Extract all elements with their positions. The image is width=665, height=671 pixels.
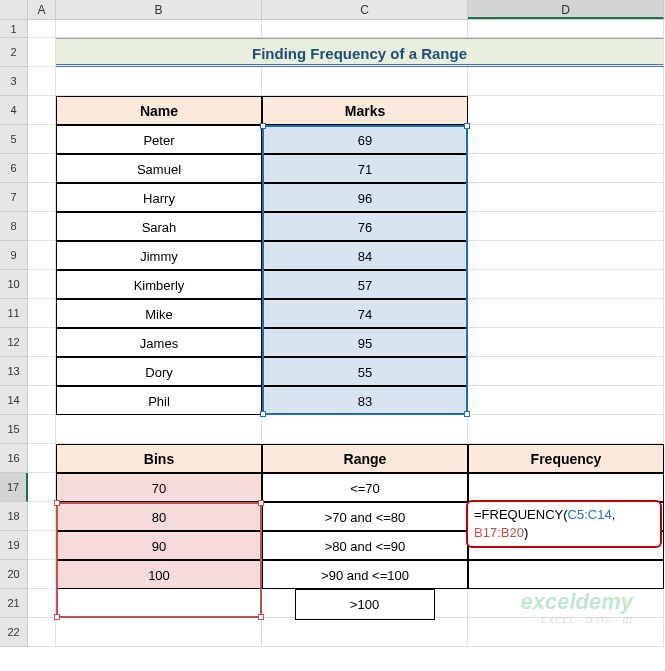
name-cell[interactable]: Sarah	[56, 212, 262, 241]
row-header-21[interactable]: 21	[0, 589, 28, 618]
name-cell[interactable]: Samuel	[56, 154, 262, 183]
marks-cell[interactable]: 95	[262, 328, 468, 357]
cell-A1[interactable]	[28, 20, 56, 38]
cell-A7[interactable]	[28, 183, 56, 212]
row-header-18[interactable]: 18	[0, 502, 28, 531]
cell-A22[interactable]	[28, 618, 56, 647]
name-cell[interactable]: Dory	[56, 357, 262, 386]
name-cell[interactable]: Harry	[56, 183, 262, 212]
bins-cell[interactable]: 70	[56, 473, 262, 502]
row-header-1[interactable]: 1	[0, 20, 28, 38]
cell-A4[interactable]	[28, 96, 56, 125]
col-header-C[interactable]: C	[262, 0, 468, 19]
cell-A16[interactable]	[28, 444, 56, 473]
formula-editing-box[interactable]: =FREQUENCY(C5:C14,B17:B20)	[466, 500, 662, 548]
row-header-15[interactable]: 15	[0, 415, 28, 444]
row-header-17[interactable]: 17	[0, 473, 28, 502]
bins-cell[interactable]: 100	[56, 560, 262, 589]
spreadsheet-grid[interactable]: A B C D 1 2 Finding Frequency of a Range…	[0, 0, 665, 647]
frequency-cell-active[interactable]	[468, 473, 664, 502]
cell-C1[interactable]	[262, 20, 468, 38]
cell-D6[interactable]	[468, 154, 664, 183]
header-bins[interactable]: Bins	[56, 444, 262, 473]
cell-B1[interactable]	[56, 20, 262, 38]
cell-A5[interactable]	[28, 125, 56, 154]
col-header-D[interactable]: D	[468, 0, 664, 19]
cell-A13[interactable]	[28, 357, 56, 386]
header-marks[interactable]: Marks	[262, 96, 468, 125]
cell-A10[interactable]	[28, 270, 56, 299]
row-header-22[interactable]: 22	[0, 618, 28, 647]
row-header-19[interactable]: 19	[0, 531, 28, 560]
cell-A21[interactable]	[28, 589, 56, 618]
row-header-12[interactable]: 12	[0, 328, 28, 357]
cell-A3[interactable]	[28, 67, 56, 96]
col-header-B[interactable]: B	[56, 0, 262, 19]
cell-D21[interactable]	[468, 589, 664, 618]
cell-D1[interactable]	[468, 20, 664, 38]
header-frequency[interactable]: Frequency	[468, 444, 664, 473]
row-header-20[interactable]: 20	[0, 560, 28, 589]
marks-cell[interactable]: 76	[262, 212, 468, 241]
header-name[interactable]: Name	[56, 96, 262, 125]
cell-B15[interactable]	[56, 415, 262, 444]
row-header-11[interactable]: 11	[0, 299, 28, 328]
cell-D8[interactable]	[468, 212, 664, 241]
cell-A11[interactable]	[28, 299, 56, 328]
select-all-corner[interactable]	[0, 0, 28, 19]
name-cell[interactable]: Mike	[56, 299, 262, 328]
cell-D14[interactable]	[468, 386, 664, 415]
marks-cell[interactable]: 96	[262, 183, 468, 212]
cell-B21[interactable]	[56, 589, 262, 618]
cell-C22[interactable]	[262, 618, 468, 647]
bins-cell[interactable]: 90	[56, 531, 262, 560]
cell-A17[interactable]	[28, 473, 56, 502]
cell-D15[interactable]	[468, 415, 664, 444]
row-header-3[interactable]: 3	[0, 67, 28, 96]
cell-D11[interactable]	[468, 299, 664, 328]
frequency-cell[interactable]	[468, 560, 664, 589]
row-header-7[interactable]: 7	[0, 183, 28, 212]
cell-D10[interactable]	[468, 270, 664, 299]
cell-C3[interactable]	[262, 67, 468, 96]
marks-cell[interactable]: 57	[262, 270, 468, 299]
range-cell[interactable]: >80 and <=90	[262, 531, 468, 560]
row-header-6[interactable]: 6	[0, 154, 28, 183]
row-header-13[interactable]: 13	[0, 357, 28, 386]
cell-A8[interactable]	[28, 212, 56, 241]
cell-D13[interactable]	[468, 357, 664, 386]
range-cell[interactable]: >90 and <=100	[262, 560, 468, 589]
cell-A18[interactable]	[28, 502, 56, 531]
cell-C15[interactable]	[262, 415, 468, 444]
cell-D3[interactable]	[468, 67, 664, 96]
marks-cell[interactable]: 84	[262, 241, 468, 270]
row-header-8[interactable]: 8	[0, 212, 28, 241]
cell-A12[interactable]	[28, 328, 56, 357]
cell-D4[interactable]	[468, 96, 664, 125]
name-cell[interactable]: Kimberly	[56, 270, 262, 299]
col-header-A[interactable]: A	[28, 0, 56, 19]
row-header-5[interactable]: 5	[0, 125, 28, 154]
title-cell[interactable]: Finding Frequency of a Range	[56, 38, 664, 67]
range-cell[interactable]: >70 and <=80	[262, 502, 468, 531]
cell-A15[interactable]	[28, 415, 56, 444]
cell-A2[interactable]	[28, 38, 56, 67]
cell-C21[interactable]: >100	[262, 589, 468, 618]
cell-A19[interactable]	[28, 531, 56, 560]
cell-D7[interactable]	[468, 183, 664, 212]
marks-cell[interactable]: 71	[262, 154, 468, 183]
cell-B3[interactable]	[56, 67, 262, 96]
cell-D12[interactable]	[468, 328, 664, 357]
name-cell[interactable]: James	[56, 328, 262, 357]
cell-A20[interactable]	[28, 560, 56, 589]
cell-A14[interactable]	[28, 386, 56, 415]
range-cell[interactable]: <=70	[262, 473, 468, 502]
row-header-2[interactable]: 2	[0, 38, 28, 67]
row-header-16[interactable]: 16	[0, 444, 28, 473]
name-cell[interactable]: Phil	[56, 386, 262, 415]
cell-B22[interactable]	[56, 618, 262, 647]
marks-cell[interactable]: 83	[262, 386, 468, 415]
cell-A9[interactable]	[28, 241, 56, 270]
row-header-9[interactable]: 9	[0, 241, 28, 270]
row-header-4[interactable]: 4	[0, 96, 28, 125]
